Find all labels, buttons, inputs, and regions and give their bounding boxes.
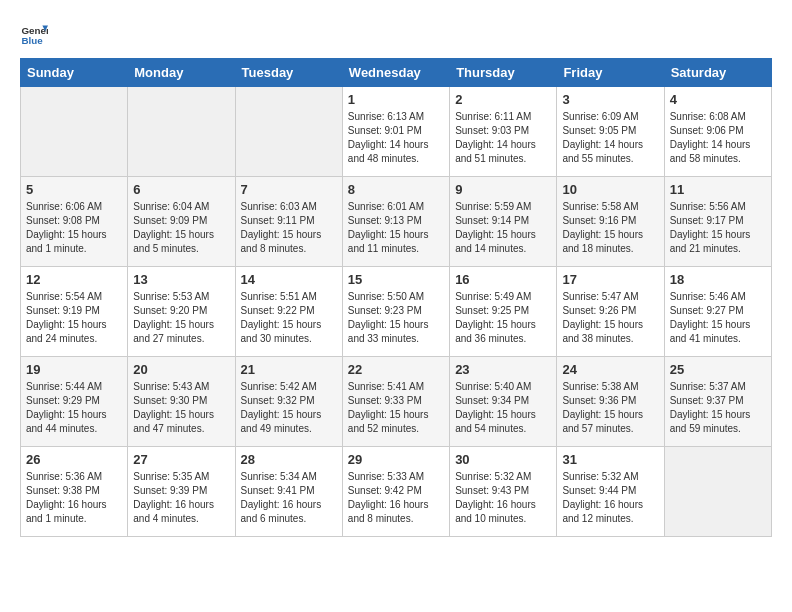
day-cell: 21Sunrise: 5:42 AM Sunset: 9:32 PM Dayli… bbox=[235, 357, 342, 447]
day-number: 3 bbox=[562, 92, 658, 107]
day-info: Sunrise: 5:42 AM Sunset: 9:32 PM Dayligh… bbox=[241, 380, 337, 436]
day-number: 10 bbox=[562, 182, 658, 197]
day-number: 27 bbox=[133, 452, 229, 467]
day-info: Sunrise: 5:32 AM Sunset: 9:43 PM Dayligh… bbox=[455, 470, 551, 526]
day-number: 20 bbox=[133, 362, 229, 377]
day-info: Sunrise: 5:58 AM Sunset: 9:16 PM Dayligh… bbox=[562, 200, 658, 256]
day-info: Sunrise: 5:51 AM Sunset: 9:22 PM Dayligh… bbox=[241, 290, 337, 346]
day-cell: 5Sunrise: 6:06 AM Sunset: 9:08 PM Daylig… bbox=[21, 177, 128, 267]
day-cell: 11Sunrise: 5:56 AM Sunset: 9:17 PM Dayli… bbox=[664, 177, 771, 267]
day-number: 12 bbox=[26, 272, 122, 287]
calendar-table: SundayMondayTuesdayWednesdayThursdayFrid… bbox=[20, 58, 772, 537]
day-number: 5 bbox=[26, 182, 122, 197]
col-header-tuesday: Tuesday bbox=[235, 59, 342, 87]
day-info: Sunrise: 5:35 AM Sunset: 9:39 PM Dayligh… bbox=[133, 470, 229, 526]
day-cell: 23Sunrise: 5:40 AM Sunset: 9:34 PM Dayli… bbox=[450, 357, 557, 447]
day-info: Sunrise: 6:09 AM Sunset: 9:05 PM Dayligh… bbox=[562, 110, 658, 166]
day-cell: 30Sunrise: 5:32 AM Sunset: 9:43 PM Dayli… bbox=[450, 447, 557, 537]
day-info: Sunrise: 5:37 AM Sunset: 9:37 PM Dayligh… bbox=[670, 380, 766, 436]
day-number: 6 bbox=[133, 182, 229, 197]
day-cell: 9Sunrise: 5:59 AM Sunset: 9:14 PM Daylig… bbox=[450, 177, 557, 267]
week-row-5: 26Sunrise: 5:36 AM Sunset: 9:38 PM Dayli… bbox=[21, 447, 772, 537]
day-cell: 26Sunrise: 5:36 AM Sunset: 9:38 PM Dayli… bbox=[21, 447, 128, 537]
day-number: 28 bbox=[241, 452, 337, 467]
day-info: Sunrise: 5:32 AM Sunset: 9:44 PM Dayligh… bbox=[562, 470, 658, 526]
day-cell: 4Sunrise: 6:08 AM Sunset: 9:06 PM Daylig… bbox=[664, 87, 771, 177]
day-info: Sunrise: 5:43 AM Sunset: 9:30 PM Dayligh… bbox=[133, 380, 229, 436]
day-number: 23 bbox=[455, 362, 551, 377]
header-row: SundayMondayTuesdayWednesdayThursdayFrid… bbox=[21, 59, 772, 87]
day-number: 16 bbox=[455, 272, 551, 287]
day-info: Sunrise: 5:34 AM Sunset: 9:41 PM Dayligh… bbox=[241, 470, 337, 526]
week-row-2: 5Sunrise: 6:06 AM Sunset: 9:08 PM Daylig… bbox=[21, 177, 772, 267]
day-cell bbox=[235, 87, 342, 177]
day-info: Sunrise: 5:53 AM Sunset: 9:20 PM Dayligh… bbox=[133, 290, 229, 346]
day-cell: 22Sunrise: 5:41 AM Sunset: 9:33 PM Dayli… bbox=[342, 357, 449, 447]
day-cell bbox=[21, 87, 128, 177]
col-header-monday: Monday bbox=[128, 59, 235, 87]
day-cell: 13Sunrise: 5:53 AM Sunset: 9:20 PM Dayli… bbox=[128, 267, 235, 357]
day-cell: 16Sunrise: 5:49 AM Sunset: 9:25 PM Dayli… bbox=[450, 267, 557, 357]
day-number: 8 bbox=[348, 182, 444, 197]
day-cell: 17Sunrise: 5:47 AM Sunset: 9:26 PM Dayli… bbox=[557, 267, 664, 357]
day-number: 21 bbox=[241, 362, 337, 377]
day-number: 24 bbox=[562, 362, 658, 377]
day-cell: 18Sunrise: 5:46 AM Sunset: 9:27 PM Dayli… bbox=[664, 267, 771, 357]
day-cell: 29Sunrise: 5:33 AM Sunset: 9:42 PM Dayli… bbox=[342, 447, 449, 537]
svg-text:Blue: Blue bbox=[21, 35, 43, 46]
day-info: Sunrise: 6:06 AM Sunset: 9:08 PM Dayligh… bbox=[26, 200, 122, 256]
week-row-3: 12Sunrise: 5:54 AM Sunset: 9:19 PM Dayli… bbox=[21, 267, 772, 357]
day-info: Sunrise: 5:54 AM Sunset: 9:19 PM Dayligh… bbox=[26, 290, 122, 346]
day-info: Sunrise: 5:50 AM Sunset: 9:23 PM Dayligh… bbox=[348, 290, 444, 346]
col-header-sunday: Sunday bbox=[21, 59, 128, 87]
day-number: 1 bbox=[348, 92, 444, 107]
day-cell: 15Sunrise: 5:50 AM Sunset: 9:23 PM Dayli… bbox=[342, 267, 449, 357]
day-number: 4 bbox=[670, 92, 766, 107]
day-cell: 28Sunrise: 5:34 AM Sunset: 9:41 PM Dayli… bbox=[235, 447, 342, 537]
day-cell: 20Sunrise: 5:43 AM Sunset: 9:30 PM Dayli… bbox=[128, 357, 235, 447]
day-cell: 6Sunrise: 6:04 AM Sunset: 9:09 PM Daylig… bbox=[128, 177, 235, 267]
day-info: Sunrise: 5:56 AM Sunset: 9:17 PM Dayligh… bbox=[670, 200, 766, 256]
day-number: 25 bbox=[670, 362, 766, 377]
day-info: Sunrise: 5:40 AM Sunset: 9:34 PM Dayligh… bbox=[455, 380, 551, 436]
day-number: 26 bbox=[26, 452, 122, 467]
day-cell: 27Sunrise: 5:35 AM Sunset: 9:39 PM Dayli… bbox=[128, 447, 235, 537]
day-info: Sunrise: 5:33 AM Sunset: 9:42 PM Dayligh… bbox=[348, 470, 444, 526]
day-cell: 31Sunrise: 5:32 AM Sunset: 9:44 PM Dayli… bbox=[557, 447, 664, 537]
col-header-thursday: Thursday bbox=[450, 59, 557, 87]
day-cell: 2Sunrise: 6:11 AM Sunset: 9:03 PM Daylig… bbox=[450, 87, 557, 177]
col-header-friday: Friday bbox=[557, 59, 664, 87]
day-number: 2 bbox=[455, 92, 551, 107]
logo-icon: General Blue bbox=[20, 20, 48, 48]
day-info: Sunrise: 5:41 AM Sunset: 9:33 PM Dayligh… bbox=[348, 380, 444, 436]
day-number: 7 bbox=[241, 182, 337, 197]
day-info: Sunrise: 6:03 AM Sunset: 9:11 PM Dayligh… bbox=[241, 200, 337, 256]
day-number: 18 bbox=[670, 272, 766, 287]
day-info: Sunrise: 5:49 AM Sunset: 9:25 PM Dayligh… bbox=[455, 290, 551, 346]
day-cell: 7Sunrise: 6:03 AM Sunset: 9:11 PM Daylig… bbox=[235, 177, 342, 267]
day-cell bbox=[664, 447, 771, 537]
day-cell: 14Sunrise: 5:51 AM Sunset: 9:22 PM Dayli… bbox=[235, 267, 342, 357]
day-cell: 10Sunrise: 5:58 AM Sunset: 9:16 PM Dayli… bbox=[557, 177, 664, 267]
day-number: 17 bbox=[562, 272, 658, 287]
day-info: Sunrise: 5:47 AM Sunset: 9:26 PM Dayligh… bbox=[562, 290, 658, 346]
day-info: Sunrise: 6:04 AM Sunset: 9:09 PM Dayligh… bbox=[133, 200, 229, 256]
day-number: 11 bbox=[670, 182, 766, 197]
day-cell: 25Sunrise: 5:37 AM Sunset: 9:37 PM Dayli… bbox=[664, 357, 771, 447]
week-row-4: 19Sunrise: 5:44 AM Sunset: 9:29 PM Dayli… bbox=[21, 357, 772, 447]
day-number: 14 bbox=[241, 272, 337, 287]
day-info: Sunrise: 5:46 AM Sunset: 9:27 PM Dayligh… bbox=[670, 290, 766, 346]
day-cell: 24Sunrise: 5:38 AM Sunset: 9:36 PM Dayli… bbox=[557, 357, 664, 447]
day-info: Sunrise: 5:44 AM Sunset: 9:29 PM Dayligh… bbox=[26, 380, 122, 436]
day-cell bbox=[128, 87, 235, 177]
day-number: 22 bbox=[348, 362, 444, 377]
page-header: General Blue bbox=[20, 20, 772, 48]
day-cell: 8Sunrise: 6:01 AM Sunset: 9:13 PM Daylig… bbox=[342, 177, 449, 267]
day-info: Sunrise: 6:13 AM Sunset: 9:01 PM Dayligh… bbox=[348, 110, 444, 166]
day-number: 31 bbox=[562, 452, 658, 467]
day-info: Sunrise: 6:08 AM Sunset: 9:06 PM Dayligh… bbox=[670, 110, 766, 166]
day-number: 9 bbox=[455, 182, 551, 197]
day-number: 19 bbox=[26, 362, 122, 377]
day-cell: 12Sunrise: 5:54 AM Sunset: 9:19 PM Dayli… bbox=[21, 267, 128, 357]
col-header-saturday: Saturday bbox=[664, 59, 771, 87]
